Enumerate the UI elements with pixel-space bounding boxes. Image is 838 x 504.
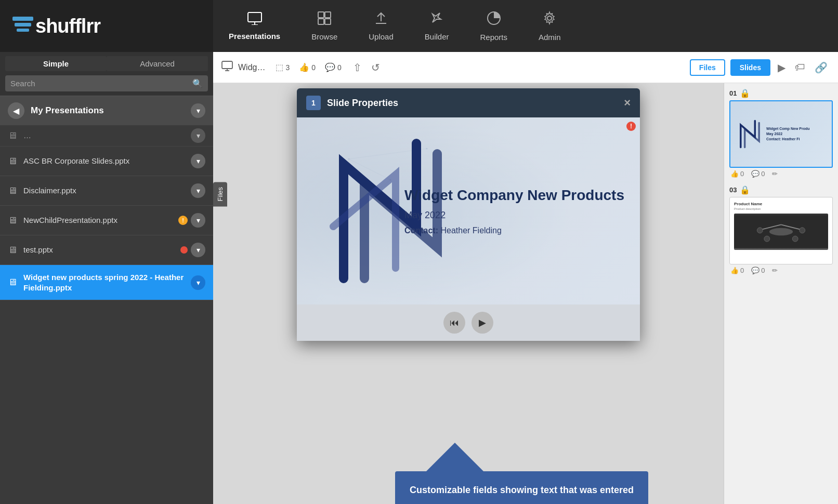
svg-rect-1 [15, 23, 31, 26]
thumb-comment-03[interactable]: 💬 0 [751, 267, 765, 274]
ppt-icon-test: 🖥 [8, 245, 17, 256]
nav-upload-label: Upload [369, 32, 394, 41]
thumb-comment-01[interactable]: 💬 0 [751, 170, 765, 178]
rewind-button[interactable]: ⏮ [443, 312, 465, 334]
alert-dot: ! [626, 122, 636, 131]
modal-overlay: 1 Slide Properties × [213, 83, 724, 504]
nav-reports[interactable]: Reports [464, 0, 523, 52]
thumb3-title: Product Name [734, 202, 828, 206]
presentations-icon [247, 11, 263, 29]
nav-upload[interactable]: Upload [353, 0, 409, 52]
nav-admin[interactable]: Admin [523, 0, 577, 52]
thumb1-logo [735, 113, 763, 155]
svg-point-29 [800, 228, 805, 233]
back-button[interactable]: ◀ [8, 102, 24, 119]
list-item-test[interactable]: 🖥 test.pptx ▾ [0, 235, 213, 265]
thumb-actions-03: 👍 0 💬 0 ✏ [729, 264, 833, 276]
nav-builder[interactable]: Builder [409, 0, 465, 52]
ppt-icon-asc: 🖥 [8, 156, 17, 167]
item-chevron-disclaimer[interactable]: ▾ [191, 183, 205, 198]
item-chevron[interactable]: ▾ [191, 128, 205, 143]
thumb-edit-03[interactable]: ✏ [772, 267, 778, 274]
play-button[interactable]: ▶ [472, 312, 493, 334]
svg-rect-8 [318, 19, 324, 24]
list-item-widget[interactable]: 🖥 Widget new products spring 2022 - Heat… [0, 265, 213, 300]
thumb-img-03[interactable]: Product Name Product description [729, 197, 833, 264]
lock-icon-01: 🔒 [740, 88, 750, 98]
svg-point-28 [757, 228, 763, 233]
right-panel: 01 🔒 Widget Comp New Produ May 2022 Cont… [724, 83, 838, 504]
thumb-like-03[interactable]: 👍 0 [730, 267, 744, 274]
nav-browse[interactable]: Browse [296, 0, 353, 52]
thumb1-title: Widget Comp New Produ [766, 126, 810, 131]
list-item-newchild[interactable]: 🖥 NewChildPresentation.pptx ! ▾ [0, 206, 213, 235]
modal-title: Slide Properties [327, 98, 624, 109]
search-input-wrap: 🔍 [5, 75, 208, 91]
tags-icon[interactable]: 🏷 [793, 59, 807, 75]
nav-browse-label: Browse [311, 32, 337, 41]
svg-rect-9 [325, 19, 331, 24]
files-button[interactable]: Files [690, 59, 725, 76]
slides-button[interactable]: Slides [730, 59, 770, 76]
item-name-newchild: NewChildPresentation.pptx [23, 215, 178, 226]
share-icon[interactable]: ⇧ [351, 59, 364, 76]
svg-rect-3 [248, 12, 261, 22]
item-chevron-test[interactable]: ▾ [191, 243, 205, 257]
section-chevron[interactable]: ▾ [191, 103, 205, 118]
simple-tab[interactable]: Simple [5, 56, 107, 71]
ppt-icon-widget: 🖥 [8, 277, 17, 288]
svg-point-30 [764, 236, 770, 242]
ppt-icon-disclaimer: 🖥 [8, 185, 17, 196]
ppt-icon: 🖥 [8, 130, 17, 141]
list-item-disclaimer[interactable]: 🖥 Disclaimer.pptx ▾ [0, 176, 213, 206]
thumb-img-01[interactable]: Widget Comp New Produ May 2022 Contact: … [729, 100, 833, 168]
thumb3-content: Product Name Product description [730, 197, 832, 254]
item-chevron-newchild[interactable]: ▾ [191, 213, 205, 228]
slide-subtitle: May 2022 [404, 210, 624, 221]
search-icon[interactable]: 🔍 [192, 78, 203, 88]
thumb-item-01: 01 🔒 Widget Comp New Produ May 2022 Cont… [729, 88, 833, 180]
slide-text-area: Widget Company New Products May 2022 Con… [404, 186, 624, 235]
content-area: 1 Slide Properties × [213, 83, 838, 504]
svg-point-31 [792, 236, 798, 242]
svg-rect-2 [17, 29, 29, 32]
thumb-header-01: 01 🔒 [729, 88, 833, 98]
slides-count: 3 [285, 63, 290, 72]
svg-rect-13 [222, 61, 232, 69]
callout-arrow [426, 443, 483, 471]
play-icon[interactable]: ▶ [776, 59, 788, 76]
item-name-disclaimer: Disclaimer.pptx [23, 185, 191, 196]
thumb1-subtitle: May 2022 [766, 131, 810, 137]
thumb3-subtitle: Product description [734, 207, 828, 210]
advanced-tab[interactable]: Advanced [107, 56, 208, 71]
thumb1-content: Widget Comp New Produ May 2022 Contact: … [730, 101, 832, 167]
logo-text: shufflrr [35, 15, 100, 37]
thumb-edit-01[interactable]: ✏ [772, 170, 778, 178]
warning-badge: ! [178, 216, 188, 225]
thumb3-product-svg [734, 214, 828, 250]
list-item-asc[interactable]: 🖥 ASC BR Corporate Slides.pptx ▾ [0, 147, 213, 176]
callout-box: Customizable fields showing text that wa… [395, 471, 648, 504]
presentation-header: Widg… ⬚ 3 👍 0 💬 0 ⇧ ↺ Files Slides ▶ 🏷 🔗 [213, 52, 838, 83]
item-chevron-widget[interactable]: ▾ [191, 275, 205, 290]
nav-presentations[interactable]: Presentations [213, 0, 296, 52]
item-name-widget: Widget new products spring 2022 - Heathe… [23, 272, 191, 293]
thumb1-text: Widget Comp New Produ May 2022 Contact: … [763, 126, 810, 141]
search-input[interactable] [10, 79, 192, 88]
logo-icon [10, 14, 35, 38]
item-chevron-asc[interactable]: ▾ [191, 154, 205, 168]
sidebar: Simple Advanced 🔍 ◀ My Presentations ▾ 🖥… [0, 52, 213, 504]
my-presentations-label: My Presentations [31, 105, 191, 116]
link-icon[interactable]: 🔗 [813, 59, 830, 76]
modal-close-button[interactable]: × [624, 96, 631, 110]
history-icon[interactable]: ↺ [369, 59, 382, 76]
list-item-partial[interactable]: 🖥 … ▾ [0, 125, 213, 147]
sidebar-items: 🖥 … ▾ 🖥 ASC BR Corporate Slides.pptx ▾ 🖥… [0, 125, 213, 504]
pres-title: Widg… [238, 63, 265, 72]
builder-icon [429, 11, 444, 29]
thumb-like-01[interactable]: 👍 0 [730, 170, 744, 178]
nav-builder-label: Builder [425, 32, 449, 41]
item-name-test: test.pptx [23, 245, 180, 255]
svg-point-25 [769, 228, 793, 235]
search-tabs: Simple Advanced [5, 56, 208, 71]
